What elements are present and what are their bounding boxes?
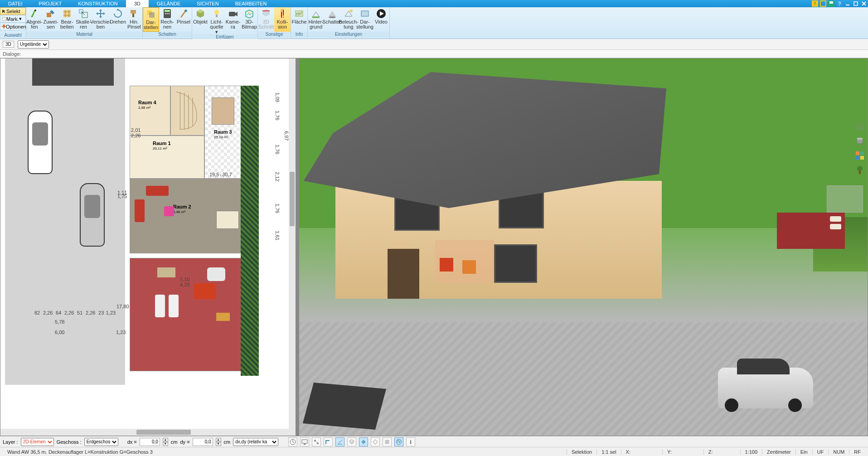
layer-label: Layer : <box>3 439 18 445</box>
video-button[interactable]: Video <box>373 7 389 32</box>
fp-dining-table <box>212 97 234 125</box>
svg-rect-28 <box>216 15 218 17</box>
objekt-button[interactable]: Objekt <box>192 7 209 34</box>
close-icon[interactable] <box>861 0 867 7</box>
north-icon[interactable]: N <box>394 437 403 446</box>
abgreifen-button[interactable]: Abgrei-fen <box>26 7 43 32</box>
3d-armchair <box>462 260 476 274</box>
furniture-icon[interactable] <box>855 136 865 146</box>
2d-scrollbar-vertical[interactable] <box>289 58 296 429</box>
menu-tab-bearbeiten[interactable]: BEARBEITEN <box>227 0 275 7</box>
3d-window-3 <box>494 244 537 283</box>
hin-pinsel-button[interactable]: Hin.Pinsel <box>126 7 142 32</box>
tree-icon[interactable] <box>855 165 865 175</box>
fp-stairs <box>170 86 204 136</box>
dialoge-label: Dialoge: <box>3 51 21 57</box>
lichtquelle-button[interactable]: Licht-quelle ▾ <box>209 7 225 34</box>
3d-garage-roof <box>303 383 386 430</box>
save-icon[interactable] <box>828 0 834 7</box>
hintergrund-button[interactable]: Hinter-grund <box>308 7 324 32</box>
view-mode-tag[interactable]: 3D <box>3 41 14 48</box>
maximize-icon[interactable] <box>853 0 859 7</box>
2d-floorplan-viewport[interactable]: Raum 42,88 m² Raum 120,11 m² Raum 325,10… <box>0 58 296 436</box>
svg-point-25 <box>169 13 170 15</box>
angle-snap-icon[interactable] <box>335 437 344 446</box>
material-palette-icon[interactable] <box>855 150 865 160</box>
3d-viewport[interactable] <box>299 58 868 436</box>
ribbon-group-label-auswahl: Auswahl <box>0 30 26 39</box>
3d-schnitt-button[interactable]: 3DSchnitt <box>258 7 274 32</box>
pinsel-button[interactable]: Pinsel <box>175 7 192 32</box>
grid-toggle-icon[interactable] <box>383 437 392 446</box>
svg-text:ℹ: ℹ <box>410 439 412 445</box>
coord-mode-select[interactable]: dx,dy (relativ ka <box>233 438 278 446</box>
menu-tab-projekt[interactable]: PROJEKT <box>31 0 70 7</box>
status-rf: RF <box>849 449 865 455</box>
drehen-button[interactable]: Drehen <box>110 7 126 32</box>
status-selektion: Selektion <box>567 449 596 455</box>
optionen-button[interactable]: ✚ Optionen <box>0 23 26 30</box>
darstellung-button[interactable]: Dar-stellung <box>357 7 373 32</box>
3d-bitmap-button[interactable]: 3D-Bitmap <box>241 7 257 34</box>
monitor-icon[interactable] <box>300 437 309 446</box>
fp-lounger-1 <box>157 267 175 277</box>
wireframe-toggle-icon[interactable] <box>371 437 380 446</box>
svg-rect-54 <box>859 171 861 174</box>
scrollbar-thumb[interactable] <box>290 172 295 226</box>
2d-scrollbar-horizontal[interactable] <box>0 429 296 436</box>
dx-input[interactable] <box>140 438 160 446</box>
tip-icon[interactable]: ! <box>812 0 818 7</box>
right-tool-palette <box>853 121 866 175</box>
terrain-select[interactable]: Urgelände <box>18 40 49 49</box>
menu-tab-sichten[interactable]: SICHTEN <box>189 0 227 7</box>
geschoss-select[interactable]: Erdgeschos <box>84 438 118 446</box>
ribbon-group-label-schatten: Schatten <box>143 32 192 39</box>
svg-point-24 <box>167 13 168 15</box>
fp-terrace: 17,80 1,10 4,23 <box>130 258 252 371</box>
menu-tab-3d[interactable]: 3D <box>126 0 149 7</box>
fill-toggle-icon[interactable] <box>359 437 368 446</box>
window-icon[interactable] <box>820 0 826 7</box>
layers-toggle-icon[interactable] <box>347 437 356 446</box>
kamera-button[interactable]: Kame-ra <box>225 7 241 34</box>
selekt-button[interactable]: Selekt <box>0 7 26 15</box>
snap-toggle-icon[interactable] <box>312 437 321 446</box>
status-ein: Ein <box>795 449 812 455</box>
layers-icon[interactable] <box>855 121 865 131</box>
svg-line-60 <box>315 441 318 443</box>
dx-spinner[interactable]: ▲▼ <box>163 438 168 446</box>
fp-car-2 <box>80 183 105 247</box>
3d-terrace-deck <box>777 213 845 249</box>
minimize-icon[interactable] <box>844 0 851 7</box>
info-toggle-icon[interactable]: ℹ <box>406 437 415 446</box>
svg-text:!: ! <box>814 1 815 6</box>
verschieben-button[interactable]: Verschie-ben <box>92 7 110 32</box>
scrollbar-thumb[interactable] <box>136 430 191 435</box>
kollision-button[interactable]: Kolli-sion <box>274 7 291 32</box>
help-icon[interactable]: ? <box>836 0 843 7</box>
beleuchtung-button[interactable]: Beleuch-tung <box>340 7 357 32</box>
svg-rect-8 <box>854 2 858 5</box>
menu-tab-konstruktion[interactable]: KONSTRUKTION <box>70 0 126 7</box>
bearbeiten-button[interactable]: Bear-beiten <box>59 7 75 32</box>
menu-tab-gelaende[interactable]: GELÄNDE <box>149 0 189 7</box>
clock-icon[interactable] <box>288 437 297 446</box>
svg-rect-11 <box>2 17 6 21</box>
dy-spinner[interactable]: ▲▼ <box>216 438 221 446</box>
mark-button[interactable]: Mark. ▾ <box>0 15 26 23</box>
fp-sofa-1 <box>146 186 169 196</box>
layer-select[interactable]: 2D-Elemen <box>21 438 54 446</box>
menu-tab-datei[interactable]: DATEI <box>0 0 31 7</box>
selekt-label: Selekt <box>6 9 20 14</box>
skalieren-button[interactable]: Skalie-ren <box>75 7 92 32</box>
zuweisen-button[interactable]: Zuwei-sen <box>43 7 59 32</box>
fp-sofa-2 <box>135 199 145 222</box>
svg-point-34 <box>282 15 284 17</box>
ortho-toggle-icon[interactable] <box>324 437 333 446</box>
flaeche-button[interactable]: m²Fläche <box>291 7 307 32</box>
dy-input[interactable] <box>193 438 213 446</box>
rechnen-button[interactable]: Rech-nen <box>159 7 175 32</box>
darstellen-button[interactable]: Dar-stellen <box>143 7 159 32</box>
svg-rect-4 <box>829 1 833 4</box>
schatten-settings-button[interactable]: Schatten <box>324 7 340 32</box>
